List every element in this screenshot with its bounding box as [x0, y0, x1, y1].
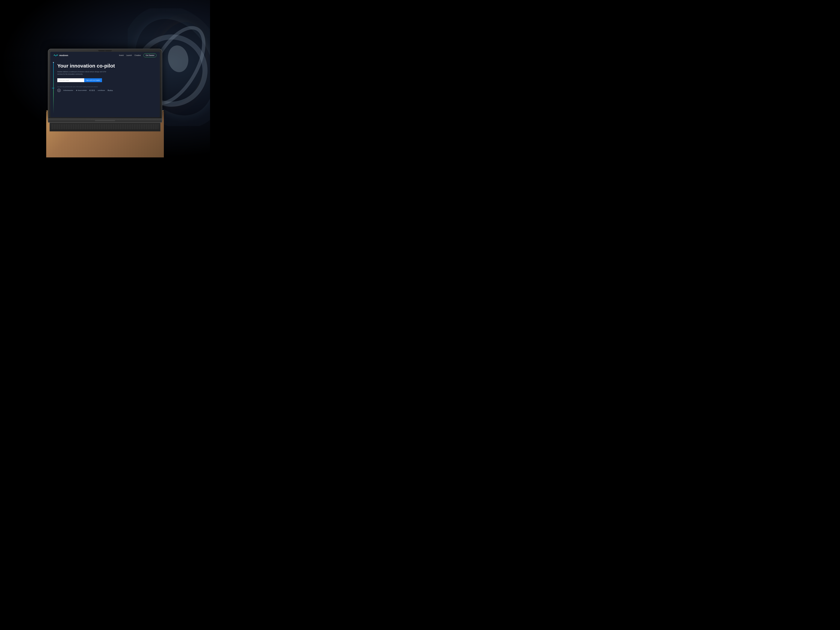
laptop-lid: modven Invent Launch Creative Get Starte…: [48, 49, 162, 119]
signup-button[interactable]: Sign up for our insights: [84, 78, 102, 82]
accent-logo-icon: [52, 87, 55, 89]
partners-row: S ticketmaster ⊕ SourceHub KISS coinbase…: [55, 89, 155, 92]
email-input[interactable]: [57, 78, 84, 82]
partners-label: Our team has partnered with some of the …: [55, 86, 155, 87]
sourcehub-logo: ⊕ SourceHub: [76, 90, 87, 91]
camera-dot: [105, 51, 106, 51]
screen-bezel: modven Invent Launch Creative Get Starte…: [50, 52, 160, 117]
website-content: modven Invent Launch Creative Get Starte…: [50, 52, 160, 117]
hero-section: Your innovation co-pilot Modven delivers…: [50, 59, 160, 117]
nav-links: Invent Launch Creative Get Started: [119, 54, 156, 57]
coinbase-logo: coinbase: [98, 90, 105, 91]
keyboard: [50, 123, 161, 131]
ticketmaster-logo: ticketmaster: [63, 90, 73, 91]
roku-logo: Roku: [108, 89, 113, 92]
logo-text: modven: [59, 54, 68, 57]
logo: modven: [54, 54, 68, 57]
trackpad-bar: [95, 120, 115, 121]
logo-icon: [54, 54, 58, 57]
laptop-base: [48, 119, 162, 123]
hero-subtitle: Modven delivers a continuum of mission-c…: [55, 71, 109, 76]
get-started-button[interactable]: Get Started: [144, 54, 156, 57]
hero-title: Your innovation co-pilot: [55, 63, 155, 69]
navigation: modven Invent Launch Creative Get Starte…: [50, 52, 160, 59]
nav-creative[interactable]: Creative: [134, 54, 141, 56]
nav-invent[interactable]: Invent: [119, 54, 124, 56]
shazam-logo: S: [57, 89, 61, 92]
laptop: modven Invent Launch Creative Get Starte…: [48, 49, 162, 131]
svg-point-4: [166, 44, 190, 74]
nav-launch[interactable]: Launch: [126, 54, 132, 56]
camera-notch: [98, 50, 112, 51]
email-form: Sign up for our insights: [55, 78, 155, 82]
kiss-logo: KISS: [89, 89, 95, 92]
svg-text:S: S: [58, 90, 60, 92]
